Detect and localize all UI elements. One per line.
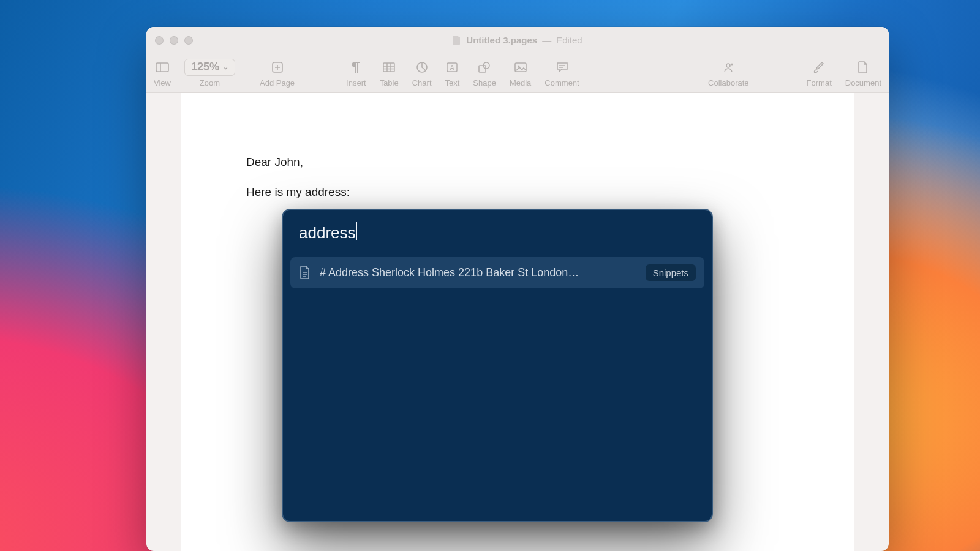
window-controls [155, 36, 193, 45]
table-button[interactable]: Table [380, 59, 399, 88]
document-line-2: Here is my address: [246, 184, 785, 201]
insert-label: Insert [346, 78, 366, 88]
zoom-button[interactable]: 125% ⌄ Zoom [184, 59, 235, 88]
launcher-result-item[interactable]: # Address Sherlock Holmes 221b Baker St … [290, 257, 704, 288]
launcher-result-tag: Snippets [646, 264, 696, 281]
sidebar-icon [156, 59, 169, 76]
launcher-results: # Address Sherlock Holmes 221b Baker St … [283, 251, 712, 294]
toolbar: View 125% ⌄ Zoom Add Page Insert [146, 53, 889, 93]
chevron-down-icon: ⌄ [223, 63, 228, 71]
svg-rect-5 [383, 63, 394, 72]
format-label: Format [807, 78, 832, 88]
window-title-separator: — [542, 35, 551, 45]
brush-icon [813, 59, 824, 76]
pie-chart-icon [417, 59, 428, 76]
plus-page-icon [272, 59, 283, 76]
zoom-value-box[interactable]: 125% ⌄ [184, 59, 235, 76]
fullscreen-window-button[interactable] [184, 36, 193, 45]
view-label: View [154, 78, 171, 88]
shape-label: Shape [473, 78, 496, 88]
titlebar: Untitled 3.pages — Edited [146, 27, 889, 53]
text-cursor [356, 222, 358, 240]
image-icon [514, 59, 527, 76]
comment-button[interactable]: Comment [545, 59, 579, 88]
collaborate-button[interactable]: Collaborate [708, 59, 749, 88]
media-button[interactable]: Media [510, 59, 531, 88]
media-label: Media [510, 78, 531, 88]
collaborate-icon [722, 59, 735, 76]
add-page-label: Add Page [260, 78, 295, 88]
document-body[interactable]: Dear John, Here is my address: [246, 154, 785, 214]
window-status: Edited [556, 35, 582, 45]
chart-button[interactable]: Chart [412, 59, 432, 88]
text-label: Text [445, 78, 460, 88]
minimize-window-button[interactable] [170, 36, 178, 45]
add-page-button[interactable]: Add Page [260, 59, 295, 88]
text-box-icon: A [447, 59, 458, 76]
chart-label: Chart [412, 78, 432, 88]
insert-button[interactable]: Insert [346, 59, 366, 88]
document-icon [858, 59, 868, 76]
svg-rect-0 [156, 63, 168, 72]
svg-text:A: A [450, 64, 454, 71]
table-label: Table [380, 78, 399, 88]
launcher-panel[interactable]: address # Address Sherlock Holmes 221b B… [282, 209, 713, 522]
view-button[interactable]: View [154, 59, 171, 88]
close-window-button[interactable] [155, 36, 164, 45]
launcher-search-input[interactable]: address [283, 210, 712, 251]
table-icon [383, 59, 395, 76]
text-button[interactable]: A Text [445, 59, 460, 88]
zoom-label: Zoom [200, 78, 220, 88]
document-line-1: Dear John, [246, 154, 785, 171]
svg-rect-13 [479, 66, 486, 72]
document-icon [453, 36, 461, 45]
pilcrow-icon [351, 59, 361, 76]
document-button[interactable]: Document [845, 59, 881, 88]
format-button[interactable]: Format [807, 59, 832, 88]
comment-icon [556, 59, 568, 76]
window-title: Untitled 3.pages — Edited [146, 35, 889, 45]
zoom-value: 125% [191, 61, 219, 73]
launcher-result-text: # Address Sherlock Holmes 221b Baker St … [320, 266, 637, 279]
document-label: Document [845, 78, 881, 88]
launcher-query-text: address [299, 223, 356, 242]
comment-label: Comment [545, 78, 579, 88]
svg-point-20 [731, 63, 733, 65]
snippet-icon [299, 266, 311, 279]
shape-button[interactable]: Shape [473, 59, 496, 88]
window-title-text: Untitled 3.pages [466, 35, 537, 45]
collaborate-label: Collaborate [708, 78, 749, 88]
shape-icon [478, 59, 491, 76]
svg-point-19 [726, 64, 730, 67]
